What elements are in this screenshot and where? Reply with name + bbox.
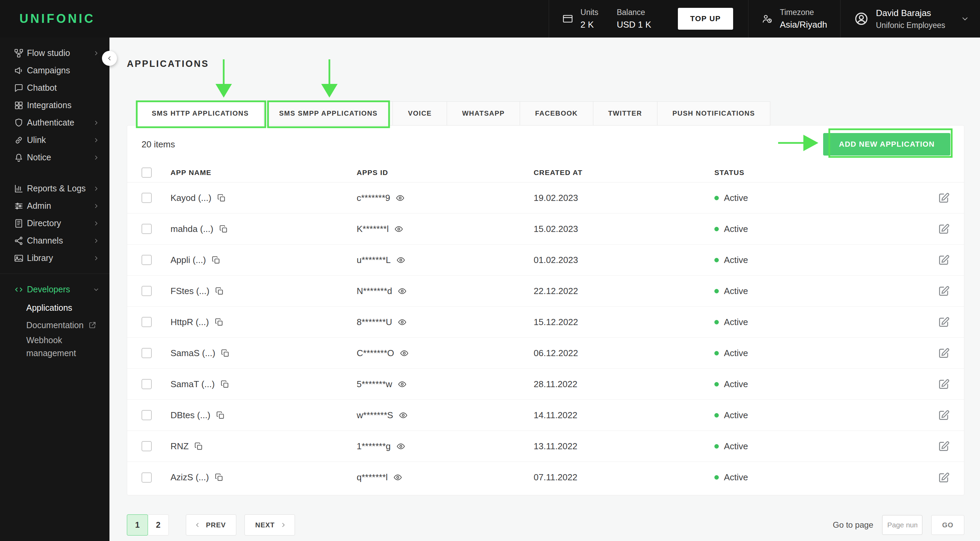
sidebar-item-notice[interactable]: Notice [0,149,110,166]
sidebar-subitem-documentation[interactable]: Documentation [26,316,97,334]
eye-icon[interactable] [393,473,402,482]
top-up-button[interactable]: TOP UP [678,8,733,30]
eye-icon[interactable] [396,256,406,265]
eye-icon[interactable] [399,348,409,358]
eye-icon[interactable] [396,193,405,203]
sidebar-item-ulink[interactable]: Ulink [0,131,110,149]
page-number-input[interactable] [882,515,923,535]
row-checkbox[interactable] [142,224,152,234]
status-badge: Active [714,348,920,358]
sidebar-item-developers[interactable]: Developers [0,281,110,298]
status-dot-icon [714,196,719,200]
page-button-1[interactable]: 1 [127,514,148,536]
prev-button[interactable]: PREV [186,514,236,536]
user-menu[interactable]: David Barajas Unifonic Employees [840,0,980,38]
eye-icon[interactable] [398,318,407,327]
copy-icon[interactable] [212,256,221,265]
copy-icon[interactable] [219,224,228,234]
edit-button[interactable] [937,285,950,298]
sidebar-item-label: Campaigns [27,65,100,75]
edit-button[interactable] [937,440,950,453]
developers-section: Developers ApplicationsDocumentationWebh… [0,274,110,360]
sidebar-item-campaigns[interactable]: Campaigns [0,62,110,79]
chat-icon [14,83,24,93]
row-checkbox[interactable] [142,473,152,483]
sidebar-item-reports-logs[interactable]: Reports & Logs [0,180,110,197]
add-new-application-button[interactable]: ADD NEW APPLICATION [823,133,950,156]
select-all-checkbox[interactable] [142,167,152,178]
avatar-icon [853,11,869,27]
eye-icon[interactable] [394,224,403,234]
sidebar-subitem-label: Documentation [26,318,84,331]
edit-button[interactable] [937,471,950,484]
app-name: FStes (...) [170,286,209,296]
external-link-icon [88,321,97,329]
units-label: Units [581,8,598,17]
sidebar-item-directory[interactable]: Directory [0,215,110,232]
status-dot-icon [714,227,719,231]
copy-icon[interactable] [217,193,226,203]
edit-button[interactable] [937,191,950,204]
tab-sms-smpp-applications[interactable]: SMS SMPP APPLICATIONS [264,101,393,126]
eye-icon[interactable] [396,442,406,451]
sidebar-subitem-webhook-management[interactable]: Webhook management [26,334,97,360]
tab-twitter[interactable]: TWITTER [593,101,657,126]
copy-icon[interactable] [215,318,224,327]
row-checkbox[interactable] [142,348,152,358]
copy-icon[interactable] [220,380,229,389]
chevron-right-icon [92,255,100,262]
table-row: mahda (...)K*******l15.02.2023Active [127,213,964,245]
copy-icon[interactable] [215,473,224,482]
row-checkbox[interactable] [142,286,152,296]
row-checkbox[interactable] [142,317,152,327]
row-checkbox[interactable] [142,255,152,265]
page-button-2[interactable]: 2 [148,514,169,536]
timezone-label: Timezone [780,8,827,17]
bell-icon [14,153,24,163]
app-id: w*******S [357,410,393,421]
copy-icon[interactable] [216,411,225,420]
edit-button[interactable] [937,315,950,328]
tab-facebook[interactable]: FACEBOOK [520,101,593,126]
sidebar-item-channels[interactable]: Channels [0,232,110,249]
created-at: 15.12.2022 [534,317,714,328]
sidebar-item-library[interactable]: Library [0,249,110,267]
row-checkbox[interactable] [142,193,152,203]
copy-icon[interactable] [215,286,224,296]
row-checkbox[interactable] [142,441,152,451]
next-button[interactable]: NEXT [245,514,294,536]
tab-push-notifications[interactable]: PUSH NOTIFICATIONS [657,101,770,126]
edit-button[interactable] [937,409,950,422]
copy-icon[interactable] [221,348,230,358]
eye-icon[interactable] [398,286,407,296]
sidebar-item-label: Chatbot [27,83,100,93]
sidebar-item-integrations[interactable]: Integrations [0,97,110,114]
status-label: Active [724,224,748,234]
tab-voice[interactable]: VOICE [393,101,447,126]
sidebar-subitem-applications[interactable]: Applications [26,299,97,316]
eye-icon[interactable] [398,380,407,389]
chevron-down-icon [960,14,970,24]
tab-sms-http-applications[interactable]: SMS HTTP APPLICATIONS [137,101,264,126]
go-button[interactable]: GO [931,515,964,535]
sidebar-subitem-label: Applications [26,301,72,314]
app-name: HttpR (...) [170,317,209,328]
edit-button[interactable] [937,253,950,266]
sidebar-item-admin[interactable]: Admin [0,197,110,215]
status-label: Active [724,317,748,328]
edit-button[interactable] [937,223,950,235]
sidebar-item-chatbot[interactable]: Chatbot [0,79,110,97]
sidebar-collapse-button[interactable] [102,51,117,66]
sidebar-item-flow-studio[interactable]: Flow studio [0,45,110,62]
row-checkbox[interactable] [142,379,152,389]
edit-button[interactable] [937,347,950,360]
row-checkbox[interactable] [142,410,152,420]
panel-toolbar: 20 items ADD NEW APPLICATION [127,126,964,163]
timezone-section: Timezone Asia/Riyadh [748,0,840,38]
sidebar-item-authenticate[interactable]: Authenticate [0,114,110,131]
copy-icon[interactable] [194,442,203,451]
eye-icon[interactable] [399,411,408,420]
tab-whatsapp[interactable]: WHATSAPP [447,101,520,126]
status-dot-icon [714,413,719,417]
edit-button[interactable] [937,378,950,391]
